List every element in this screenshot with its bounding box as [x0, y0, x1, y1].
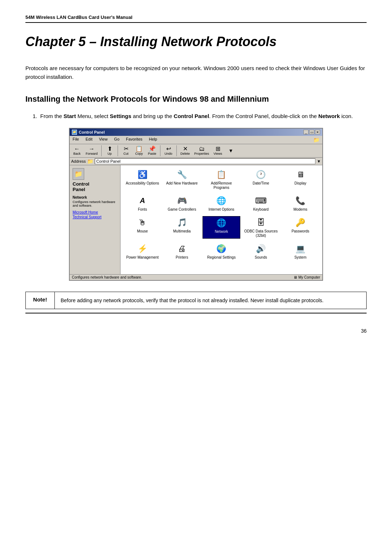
cp-item-accessibility[interactable]: ♿ Accessibility Options — [123, 168, 162, 191]
views-button[interactable]: ⊞ Views — [212, 146, 224, 156]
sidebar-network-label: Network — [73, 195, 117, 199]
add-remove-icon: 📋 — [216, 169, 227, 181]
undo-button[interactable]: ↩ Undo — [163, 146, 174, 156]
system-label: System — [294, 255, 306, 260]
cp-item-multimedia[interactable]: 🎵 Multimedia — [163, 216, 201, 239]
technical-support-link[interactable]: Technical Support — [73, 215, 117, 219]
paste-button[interactable]: 📌 Paste — [146, 146, 158, 156]
more-button[interactable]: ▾ — [225, 147, 237, 154]
cp-item-display[interactable]: 🖥 Display — [281, 168, 319, 191]
address-bar: Address 📁 ▼ — [70, 158, 322, 165]
cp-item-datetime[interactable]: 🕐 Date/Time — [242, 168, 280, 191]
sounds-label: Sounds — [255, 255, 267, 260]
toolbar: ← Back → Forward ⬆ Up ✂ Cut 📋 Copy 📌 Pas… — [70, 144, 322, 158]
mouse-label: Mouse — [137, 229, 148, 234]
cp-item-printers[interactable]: 🖨 Printers — [163, 242, 201, 260]
internet-icon: 🌐 — [216, 195, 227, 207]
cp-item-internet[interactable]: 🌐 Internet Options — [203, 194, 241, 212]
close-button[interactable]: ✕ — [315, 130, 320, 134]
accessibility-label: Accessibility Options — [126, 181, 159, 186]
multimedia-icon: 🎵 — [176, 217, 188, 228]
separator-1 — [101, 145, 102, 156]
power-label: Power Management — [126, 255, 159, 260]
sidebar-network-desc: Configures network hardware and software… — [73, 200, 117, 207]
passwords-icon: 🔑 — [295, 217, 306, 228]
note-content: Before adding any network protocols, ver… — [55, 292, 330, 309]
menu-go[interactable]: Go — [113, 137, 121, 143]
regional-label: Regional Settings — [207, 255, 236, 260]
cp-item-passwords[interactable]: 🔑 Passwords — [281, 216, 319, 239]
power-icon: ⚡ — [136, 243, 148, 255]
statusbar-computer: 🖥 My Computer — [294, 275, 320, 279]
add-hardware-label: Add New Hardware — [166, 181, 198, 186]
keyboard-icon: ⌨ — [255, 195, 267, 207]
microsoft-home-link[interactable]: Microsoft Home — [73, 210, 117, 214]
menu-help[interactable]: Help — [147, 137, 159, 143]
note-label: Note! — [26, 292, 55, 309]
delete-button[interactable]: ✕ Delete — [179, 146, 191, 156]
up-button[interactable]: ⬆ Up — [104, 146, 115, 156]
menu-file[interactable]: File — [71, 137, 81, 143]
mouse-icon: 🖱 — [136, 217, 148, 228]
restore-button[interactable]: ▭ — [309, 130, 314, 134]
cp-body: 📁 ControlPanel Network Configures networ… — [70, 165, 322, 274]
regional-icon: 🌍 — [216, 243, 227, 255]
game-icon: 🎮 — [176, 195, 188, 207]
titlebar: 📁 Control Panel _ ▭ ✕ — [70, 129, 322, 136]
cp-item-modems[interactable]: 📞 Modems — [281, 194, 319, 212]
system-icon: 💻 — [295, 243, 306, 255]
minimize-button[interactable]: _ — [303, 130, 309, 134]
cp-item-regional[interactable]: 🌍 Regional Settings — [203, 242, 241, 260]
titlebar-icon: 📁 — [72, 130, 77, 135]
copy-button[interactable]: 📋 Copy — [133, 146, 145, 156]
forward-button[interactable]: → Forward — [84, 146, 99, 156]
cp-item-system[interactable]: 💻 System — [281, 242, 319, 260]
statusbar: Configures network hardware and software… — [70, 274, 322, 280]
back-button[interactable]: ← Back — [71, 146, 83, 156]
address-label: Address — [71, 159, 86, 163]
menu-view[interactable]: View — [98, 137, 109, 143]
printers-label: Printers — [176, 255, 188, 260]
network-icon: 🌐 — [216, 217, 227, 229]
address-input[interactable] — [95, 158, 315, 164]
fonts-label: Fonts — [138, 207, 147, 212]
datetime-label: Date/Time — [253, 181, 269, 186]
cp-item-mouse[interactable]: 🖱 Mouse — [123, 216, 162, 239]
page-header: 54M Wireless LAN CardBus Card User's Man… — [25, 15, 367, 23]
menu-edit[interactable]: Edit — [84, 137, 94, 143]
separator-3 — [160, 145, 160, 156]
titlebar-buttons[interactable]: _ ▭ ✕ — [303, 130, 320, 134]
cp-item-odbc[interactable]: 🗄 ODBC Data Sources (32bit) — [242, 216, 280, 239]
datetime-icon: 🕐 — [255, 169, 267, 181]
cut-button[interactable]: ✂ Cut — [120, 146, 132, 156]
address-dropdown-icon[interactable]: ▼ — [317, 159, 321, 163]
cp-item-power[interactable]: ⚡ Power Management — [123, 242, 162, 260]
network-label: Network — [215, 230, 228, 234]
bottom-line — [25, 313, 367, 313]
cp-item-keyboard[interactable]: ⌨ Keyboard — [242, 194, 280, 212]
odbc-label: ODBC Data Sources (32bit) — [242, 229, 279, 238]
cp-item-fonts[interactable]: A Fonts — [123, 194, 162, 212]
cp-item-game[interactable]: 🎮 Game Controllers — [163, 194, 201, 212]
cp-sidebar: 📁 ControlPanel Network Configures networ… — [70, 165, 121, 274]
cp-item-network[interactable]: 🌐 Network — [203, 216, 241, 239]
cp-item-add-remove[interactable]: 📋 Add/Remove Programs — [203, 168, 241, 191]
modems-label: Modems — [293, 207, 307, 212]
printers-icon: 🖨 — [176, 243, 188, 255]
control-panel-window: 📁 Control Panel _ ▭ ✕ File Edit View Go … — [69, 128, 323, 281]
menu-favorites[interactable]: Favorites — [124, 137, 144, 143]
cp-item-add-hardware[interactable]: 🔧 Add New Hardware — [163, 168, 201, 191]
cp-item-sounds[interactable]: 🔊 Sounds — [242, 242, 280, 260]
accessibility-icon: ♿ — [136, 169, 148, 181]
modems-icon: 📞 — [295, 195, 306, 207]
add-remove-label: Add/Remove Programs — [203, 181, 240, 190]
section-title: Installing the Network Protocols for Win… — [25, 94, 367, 105]
properties-button[interactable]: 🗂 Properties — [193, 146, 211, 156]
add-hardware-icon: 🔧 — [176, 169, 188, 181]
display-icon: 🖥 — [295, 169, 306, 181]
address-icon: 📁 — [87, 158, 93, 164]
sidebar-panel-icon: 📁 — [73, 168, 84, 180]
header-title: 54M Wireless LAN CardBus Card User's Man… — [25, 15, 132, 20]
multimedia-label: Multimedia — [173, 229, 191, 234]
step-1: 1. From the Start Menu, select Settings … — [33, 112, 367, 121]
